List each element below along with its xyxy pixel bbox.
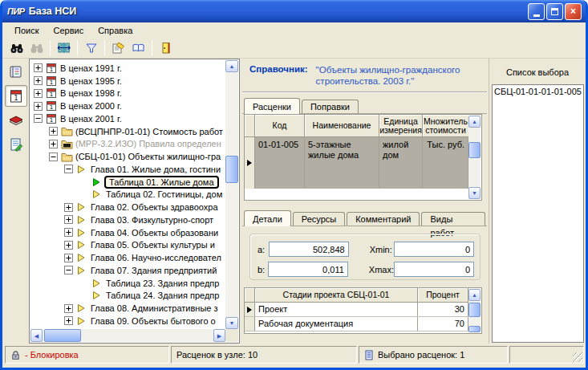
scroll-thumb[interactable] xyxy=(468,142,481,158)
rates-table-row[interactable]: 01-01-005 5-этажные жилые дома жилой дом… xyxy=(245,137,468,189)
title-bar[interactable]: ПИР База НСИ × xyxy=(2,0,586,22)
stages-table-row[interactable]: Проект 30 xyxy=(245,303,468,317)
tree-expand-toggle-icon[interactable] xyxy=(34,89,43,98)
tab-rates[interactable]: Расценки xyxy=(244,98,300,114)
tree-item[interactable]: Глава 07. Здания предприятий xyxy=(30,264,225,277)
xmin-input[interactable] xyxy=(394,242,474,257)
stage-column-header[interactable]: Стадии проекта СБЦ-01-01 xyxy=(255,288,418,303)
tree-horizontal-scrollbar[interactable]: ◀ ▶ xyxy=(30,329,225,342)
stages-table-scrollbar[interactable]: ▲ xyxy=(468,289,481,332)
search-button[interactable] xyxy=(6,39,26,57)
tree-item[interactable]: Таблица 23. Здания предпр xyxy=(30,277,225,290)
tree-expand-toggle-icon[interactable] xyxy=(64,165,73,173)
tree-item[interactable]: Глава 02. Объекты здравоохра xyxy=(30,201,225,213)
b-input[interactable] xyxy=(268,262,348,277)
scroll-up-icon[interactable]: ▲ xyxy=(468,289,481,301)
scroll-down-icon[interactable]: ▼ xyxy=(225,317,238,329)
scroll-thumb[interactable] xyxy=(468,303,481,317)
tree-expand-toggle-icon[interactable] xyxy=(64,241,73,250)
tree-expand-toggle-icon[interactable] xyxy=(64,203,73,212)
close-button[interactable]: × xyxy=(565,3,582,20)
tree-expand-toggle-icon[interactable] xyxy=(64,254,73,262)
tree-item-label: Таблица 23. Здания предпр xyxy=(104,279,221,288)
unit-column-header[interactable]: Единица измерения xyxy=(379,115,423,137)
rates-table-scrollbar[interactable]: ▲ ▼ xyxy=(468,116,481,199)
scroll-thumb[interactable] xyxy=(225,156,238,183)
a-input[interactable] xyxy=(269,242,349,257)
tree-expand-toggle-icon[interactable] xyxy=(64,266,73,274)
tree-item[interactable]: Таблица 01. Жилые дома xyxy=(30,176,225,189)
tree-expand-toggle-icon[interactable] xyxy=(64,228,73,237)
filter-button[interactable] xyxy=(81,39,101,57)
tree-item[interactable]: Глава 08. Административные з xyxy=(30,302,225,315)
scroll-left-icon[interactable]: ◀ xyxy=(30,329,43,342)
tab-corrections[interactable]: Поправки xyxy=(302,100,359,113)
menu-help[interactable]: Справка xyxy=(91,24,140,37)
tree-item[interactable]: Глава 04. Объекты образовани xyxy=(30,226,225,239)
tree-item[interactable]: 1В ценах 2001 г. xyxy=(30,112,225,125)
tree-item-label: Глава 04. Объекты образовани xyxy=(89,228,220,238)
tab-comment[interactable]: Комментарий xyxy=(347,212,420,226)
tree-expand-toggle-icon[interactable] xyxy=(34,102,43,111)
resize-grip[interactable] xyxy=(573,352,582,362)
tree-item[interactable]: Глава 03. Физкультурно-спорт xyxy=(30,213,225,226)
stages-table-row[interactable]: Рабочая документация 70 xyxy=(245,317,468,331)
tree-item-label: (СБЦ-01-01) Объекты жилищно-гра xyxy=(74,152,222,161)
tree-item[interactable]: (ВСЦПНПР-01-01) Стоимость работ xyxy=(30,125,225,138)
tab-resources[interactable]: Ресурсы xyxy=(293,212,345,226)
tree-expand-toggle-icon[interactable] xyxy=(49,152,58,161)
tree-expand-toggle-icon[interactable] xyxy=(64,316,73,325)
exit-button[interactable] xyxy=(156,39,176,57)
minimize-button[interactable] xyxy=(528,3,545,20)
calendar-button[interactable]: 1 xyxy=(5,85,27,107)
edit-note-button[interactable] xyxy=(108,39,128,57)
tree-expand-toggle-icon[interactable] xyxy=(64,215,73,224)
edit-document-button[interactable] xyxy=(5,133,27,155)
address-book-button[interactable] xyxy=(5,61,27,83)
tree-expand-toggle-icon[interactable] xyxy=(49,140,58,148)
percent-column-header[interactable]: Процент xyxy=(418,288,468,303)
tree-expand-toggle-icon[interactable] xyxy=(49,127,58,136)
tree-item[interactable]: Глава 06. Научно-исследовател xyxy=(30,251,225,264)
tree-item[interactable]: Глава 01. Жилые дома, гостини xyxy=(30,163,225,176)
adjust-columns-button[interactable] xyxy=(54,39,74,57)
tree-item[interactable]: 1В ценах 1995 г. xyxy=(30,75,225,87)
scroll-thumb[interactable] xyxy=(468,326,481,332)
tree-item[interactable]: Глава 09. Объекты бытового о xyxy=(30,315,225,327)
tree-expand-toggle-icon[interactable] xyxy=(34,114,43,123)
search-next-button[interactable] xyxy=(26,39,47,57)
xmax-input[interactable] xyxy=(394,262,474,277)
tree-item[interactable]: 1В ценах 1991 г. xyxy=(30,62,225,75)
scroll-right-icon[interactable]: ▶ xyxy=(213,329,225,342)
book-button[interactable] xyxy=(128,39,148,57)
multiplier-column-header[interactable]: Множитель стоимости xyxy=(423,115,468,137)
scroll-up-icon[interactable]: ▲ xyxy=(468,116,481,128)
tree-vertical-scrollbar[interactable]: ▲ ▼ xyxy=(225,60,238,329)
tree-expand-toggle-icon[interactable] xyxy=(34,63,43,72)
maximize-button[interactable] xyxy=(546,3,563,20)
tree-item-label: Глава 02. Объекты здравоохра xyxy=(89,202,220,212)
scroll-down-icon[interactable]: ▼ xyxy=(468,187,481,199)
tree-expand-toggle-icon[interactable] xyxy=(64,304,73,313)
menu-search[interactable]: Поиск xyxy=(7,24,46,37)
menu-service[interactable]: Сервис xyxy=(46,24,91,37)
name-column-header[interactable]: Наименование xyxy=(305,115,379,137)
tree-item[interactable]: (МРР-3.2.ИЗО) Правила определен xyxy=(30,138,225,151)
edit-document-icon xyxy=(9,137,23,152)
tree-item[interactable]: 1В ценах 2000 г. xyxy=(30,100,225,112)
tree-item[interactable]: 1В ценах 1998 г. xyxy=(30,87,225,100)
tree-item[interactable]: Глава 05. Объекты культуры и xyxy=(30,239,225,252)
tree-expand-toggle-icon[interactable] xyxy=(34,76,43,85)
scroll-thumb[interactable] xyxy=(44,329,81,342)
tab-work-types[interactable]: Виды работ xyxy=(421,212,485,226)
tree-item[interactable]: Таблица 02. Гостиницы, дом xyxy=(30,189,225,201)
tree-item-label: Глава 01. Жилые дома, гостини xyxy=(89,165,222,174)
code-column-header[interactable]: Код xyxy=(255,115,305,137)
tree-item[interactable]: (СБЦ-01-01) Объекты жилищно-гра xyxy=(30,150,225,163)
tree-item[interactable]: Таблица 24. Здания предпр xyxy=(30,290,225,303)
selection-list-item[interactable]: СБЦ-01-01-01-01-005 xyxy=(493,86,583,97)
selection-list[interactable]: СБЦ-01-01-01-01-005 xyxy=(492,84,584,343)
tab-details[interactable]: Детали xyxy=(244,210,291,226)
scroll-up-icon[interactable]: ▲ xyxy=(225,60,238,72)
books-button[interactable] xyxy=(5,109,27,131)
